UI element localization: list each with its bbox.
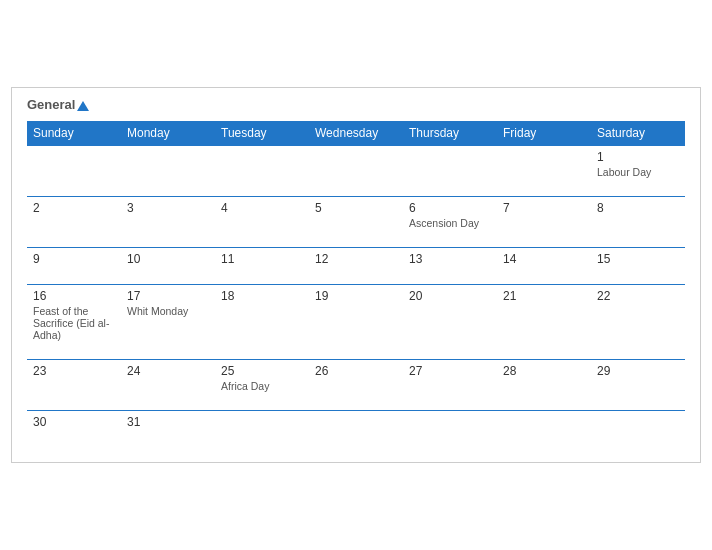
weekday-header-thursday: Thursday	[403, 121, 497, 146]
calendar-cell	[591, 410, 685, 447]
calendar-cell: 29	[591, 359, 685, 410]
calendar-cell: 31	[121, 410, 215, 447]
day-number: 31	[127, 415, 209, 429]
calendar-cell: 15	[591, 247, 685, 284]
calendar-cell	[27, 145, 121, 196]
calendar-cell	[215, 410, 309, 447]
day-number: 2	[33, 201, 115, 215]
day-number: 23	[33, 364, 115, 378]
calendar-cell	[403, 145, 497, 196]
day-number: 13	[409, 252, 491, 266]
day-number: 11	[221, 252, 303, 266]
calendar-cell: 16Feast of the Sacrifice (Eid al-Adha)	[27, 284, 121, 359]
day-number: 24	[127, 364, 209, 378]
logo-general: General	[27, 98, 89, 112]
logo: General	[27, 98, 89, 112]
day-number: 16	[33, 289, 115, 303]
calendar-cell: 30	[27, 410, 121, 447]
calendar-cell: 10	[121, 247, 215, 284]
day-number: 14	[503, 252, 585, 266]
day-number: 27	[409, 364, 491, 378]
calendar-cell	[121, 145, 215, 196]
day-number: 6	[409, 201, 491, 215]
calendar-cell: 24	[121, 359, 215, 410]
calendar-cell	[215, 145, 309, 196]
day-number: 5	[315, 201, 397, 215]
calendar-cell: 13	[403, 247, 497, 284]
day-number: 20	[409, 289, 491, 303]
calendar-cell: 12	[309, 247, 403, 284]
weekday-header-monday: Monday	[121, 121, 215, 146]
day-number: 3	[127, 201, 209, 215]
day-number: 21	[503, 289, 585, 303]
day-number: 10	[127, 252, 209, 266]
calendar-cell: 7	[497, 196, 591, 247]
weekday-header-saturday: Saturday	[591, 121, 685, 146]
calendar-cell	[309, 410, 403, 447]
weekday-header-tuesday: Tuesday	[215, 121, 309, 146]
calendar-body: 1Labour Day23456Ascension Day78910111213…	[27, 145, 685, 447]
calendar-cell: 17Whit Monday	[121, 284, 215, 359]
calendar-cell	[309, 145, 403, 196]
day-number: 17	[127, 289, 209, 303]
calendar-cell: 4	[215, 196, 309, 247]
day-number: 25	[221, 364, 303, 378]
calendar-cell: 11	[215, 247, 309, 284]
calendar-cell	[497, 145, 591, 196]
day-number: 30	[33, 415, 115, 429]
calendar-header: General	[27, 98, 685, 112]
calendar-cell: 21	[497, 284, 591, 359]
calendar-cell	[403, 410, 497, 447]
day-number: 19	[315, 289, 397, 303]
day-number: 12	[315, 252, 397, 266]
calendar-thead: SundayMondayTuesdayWednesdayThursdayFrid…	[27, 121, 685, 146]
calendar-cell: 26	[309, 359, 403, 410]
weekday-header-row: SundayMondayTuesdayWednesdayThursdayFrid…	[27, 121, 685, 146]
calendar-cell: 28	[497, 359, 591, 410]
day-number: 28	[503, 364, 585, 378]
calendar-week-row: 23456Ascension Day78	[27, 196, 685, 247]
day-number: 29	[597, 364, 679, 378]
calendar-cell: 23	[27, 359, 121, 410]
calendar-cell	[497, 410, 591, 447]
day-number: 15	[597, 252, 679, 266]
calendar-table: SundayMondayTuesdayWednesdayThursdayFrid…	[27, 121, 685, 447]
calendar-cell: 22	[591, 284, 685, 359]
weekday-header-sunday: Sunday	[27, 121, 121, 146]
calendar-week-row: 3031	[27, 410, 685, 447]
calendar-cell: 9	[27, 247, 121, 284]
calendar-cell: 8	[591, 196, 685, 247]
calendar-cell: 25Africa Day	[215, 359, 309, 410]
calendar-cell: 3	[121, 196, 215, 247]
calendar-container: General SundayMondayTuesdayWednesdayThur…	[11, 87, 701, 462]
calendar-cell: 19	[309, 284, 403, 359]
weekday-header-wednesday: Wednesday	[309, 121, 403, 146]
day-number: 26	[315, 364, 397, 378]
holiday-label: Africa Day	[221, 380, 303, 392]
day-number: 8	[597, 201, 679, 215]
calendar-cell: 1Labour Day	[591, 145, 685, 196]
day-number: 9	[33, 252, 115, 266]
calendar-week-row: 232425Africa Day26272829	[27, 359, 685, 410]
holiday-label: Labour Day	[597, 166, 679, 178]
calendar-cell: 14	[497, 247, 591, 284]
calendar-week-row: 16Feast of the Sacrifice (Eid al-Adha)17…	[27, 284, 685, 359]
holiday-label: Ascension Day	[409, 217, 491, 229]
calendar-cell: 5	[309, 196, 403, 247]
holiday-label: Whit Monday	[127, 305, 209, 317]
calendar-week-row: 1Labour Day	[27, 145, 685, 196]
day-number: 7	[503, 201, 585, 215]
calendar-cell: 2	[27, 196, 121, 247]
holiday-label: Feast of the Sacrifice (Eid al-Adha)	[33, 305, 115, 341]
calendar-cell: 20	[403, 284, 497, 359]
day-number: 1	[597, 150, 679, 164]
weekday-header-friday: Friday	[497, 121, 591, 146]
calendar-week-row: 9101112131415	[27, 247, 685, 284]
day-number: 18	[221, 289, 303, 303]
calendar-cell: 27	[403, 359, 497, 410]
day-number: 22	[597, 289, 679, 303]
logo-triangle-icon	[77, 101, 89, 111]
day-number: 4	[221, 201, 303, 215]
calendar-cell: 6Ascension Day	[403, 196, 497, 247]
calendar-cell: 18	[215, 284, 309, 359]
